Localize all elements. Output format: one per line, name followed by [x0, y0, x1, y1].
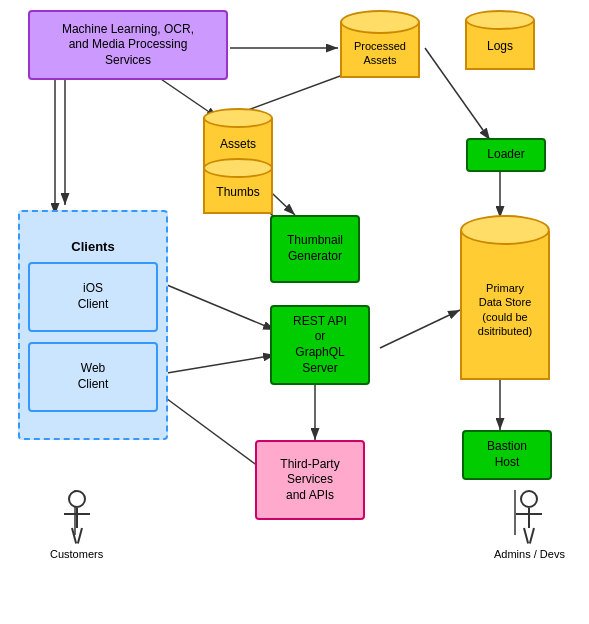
ml-services-node: Machine Learning, OCR, and Media Process… [28, 10, 228, 80]
admins-right-leg [529, 528, 535, 544]
loader-label: Loader [487, 147, 524, 163]
primary-datastore-label: Primary Data Store (could be dsitributed… [478, 281, 532, 338]
rest-api-label: REST API or GraphQL Server [293, 314, 347, 376]
clients-label: Clients [28, 239, 158, 254]
admins-arms [516, 513, 542, 515]
ml-services-label: Machine Learning, OCR, and Media Process… [62, 22, 194, 69]
admins-legs [523, 528, 535, 544]
customers-label: Customers [50, 548, 103, 560]
customers-right-leg [76, 528, 82, 544]
assets-label: Assets [220, 137, 256, 153]
loader-node: Loader [466, 138, 546, 172]
customers-person: Customers [50, 490, 103, 560]
architecture-diagram: Machine Learning, OCR, and Media Process… [0, 0, 589, 624]
svg-line-7 [380, 310, 460, 348]
customers-body [76, 508, 78, 528]
customers-arms [64, 513, 90, 515]
svg-line-10 [155, 280, 275, 330]
web-client-node: Web Client [28, 342, 158, 412]
primary-datastore-node: Primary Data Store (could be dsitributed… [455, 215, 555, 380]
ios-client-label: iOS Client [78, 281, 109, 312]
logs-node: Logs [460, 10, 540, 70]
web-client-label: Web Client [78, 361, 109, 392]
processed-assets-node: Processed Assets [335, 10, 425, 78]
thumbnail-gen-label: Thumbnail Generator [287, 233, 343, 264]
thumbnail-gen-node: Thumbnail Generator [270, 215, 360, 283]
admins-head [520, 490, 538, 508]
customers-legs [71, 528, 83, 544]
bastion-node: Bastion Host [462, 430, 552, 480]
third-party-node: Third-Party Services and APIs [255, 440, 365, 520]
thumbs-node: Thumbs [198, 158, 278, 214]
third-party-label: Third-Party Services and APIs [280, 457, 339, 504]
bastion-label: Bastion Host [487, 439, 527, 470]
admins-person: Admins / Devs [494, 490, 565, 560]
thumbs-label: Thumbs [216, 185, 259, 201]
admins-label: Admins / Devs [494, 548, 565, 560]
admins-body [528, 508, 530, 528]
customers-head [68, 490, 86, 508]
svg-line-13 [155, 390, 270, 475]
ios-client-node: iOS Client [28, 262, 158, 332]
svg-line-11 [155, 355, 275, 375]
logs-label: Logs [487, 39, 513, 55]
rest-api-node: REST API or GraphQL Server [270, 305, 370, 385]
customers-left-leg [71, 528, 77, 544]
clients-container: Clients iOS Client Web Client [18, 210, 168, 440]
processed-assets-label: Processed Assets [354, 39, 406, 68]
